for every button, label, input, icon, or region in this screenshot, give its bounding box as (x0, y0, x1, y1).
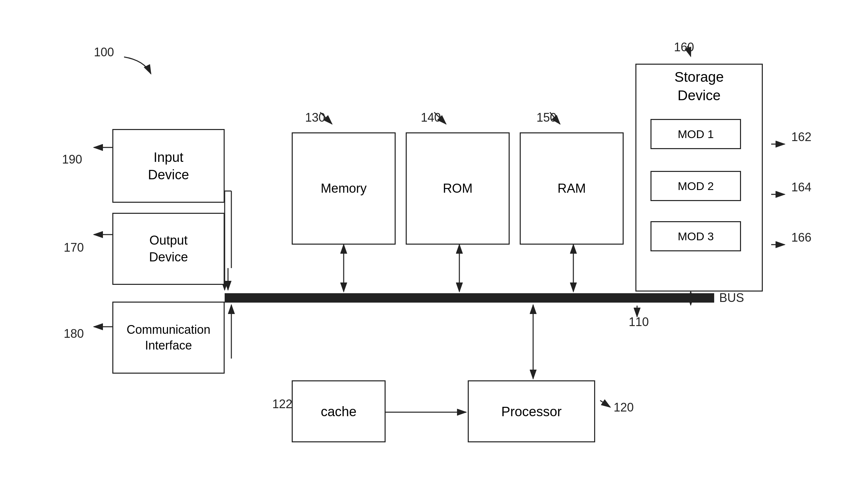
label-190: 190 (62, 152, 82, 166)
mod1-box: MOD 1 (650, 119, 741, 149)
label-180: 180 (64, 327, 84, 341)
rom-box: ROM (406, 132, 510, 245)
label-160: 160 (674, 40, 694, 54)
label-122: 122 (272, 397, 292, 411)
label-150: 150 (537, 111, 557, 125)
label-164: 164 (791, 180, 812, 194)
label-166: 166 (791, 231, 812, 245)
memory-box: Memory (292, 132, 396, 245)
ram-box: RAM (520, 132, 624, 245)
cache-box: cache (292, 380, 386, 442)
label-140: 140 (421, 111, 441, 125)
label-162: 162 (791, 130, 812, 144)
label-130: 130 (305, 111, 325, 125)
bus-label: BUS (719, 291, 744, 305)
label-170: 170 (64, 240, 84, 255)
label-110: 110 (629, 315, 649, 329)
comm-interface-box: CommunicationInterface (112, 302, 225, 374)
input-device-box: InputDevice (112, 129, 225, 203)
label-100: 100 (94, 45, 114, 59)
bus-bar (225, 293, 714, 303)
label-120: 120 (614, 400, 634, 415)
mod3-box: MOD 3 (650, 221, 741, 251)
output-device-box: OutputDevice (112, 213, 225, 285)
mod2-box: MOD 2 (650, 171, 741, 201)
processor-box: Processor (468, 380, 595, 442)
diagram: 100 (0, 0, 854, 504)
